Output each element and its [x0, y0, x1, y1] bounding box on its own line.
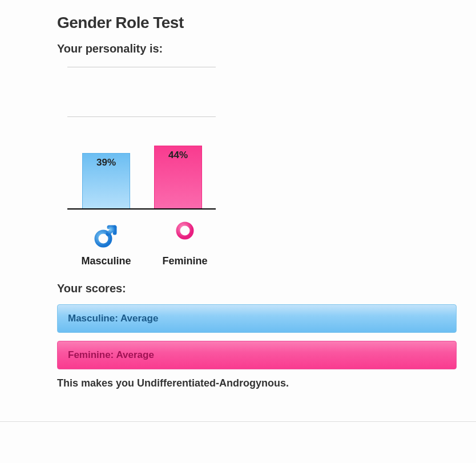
bar-value-masculine: 39% [83, 157, 130, 168]
score-bar-masculine: Masculine: Average [57, 304, 457, 333]
bar-value-feminine: 44% [155, 150, 201, 161]
bar-feminine: 44% [154, 146, 202, 208]
page-title: Gender Role Test [57, 14, 419, 32]
male-icon [93, 220, 119, 252]
axis-label-masculine: Masculine [81, 255, 131, 267]
axis-labels: Masculine [67, 220, 227, 267]
axis-item-feminine: Feminine [154, 220, 216, 267]
content-container: Gender Role Test Your personality is: 39… [0, 0, 476, 401]
score-bar-feminine: Feminine: Average [57, 341, 457, 369]
bar-masculine: 39% [82, 153, 130, 209]
footer-divider [0, 421, 476, 422]
chart-area: 39% 44% [67, 67, 227, 267]
scores-title: Your scores: [57, 282, 419, 295]
result-text: This makes you Undifferentiated-Androgyn… [57, 377, 419, 389]
personality-subtitle: Your personality is: [57, 42, 419, 55]
bars-container: 39% 44% [67, 67, 216, 208]
axis-item-masculine: Masculine [75, 220, 137, 267]
chart-grid: 39% 44% [67, 67, 216, 210]
axis-label-feminine: Feminine [162, 255, 207, 267]
female-icon [172, 220, 198, 252]
svg-point-1 [178, 224, 192, 237]
